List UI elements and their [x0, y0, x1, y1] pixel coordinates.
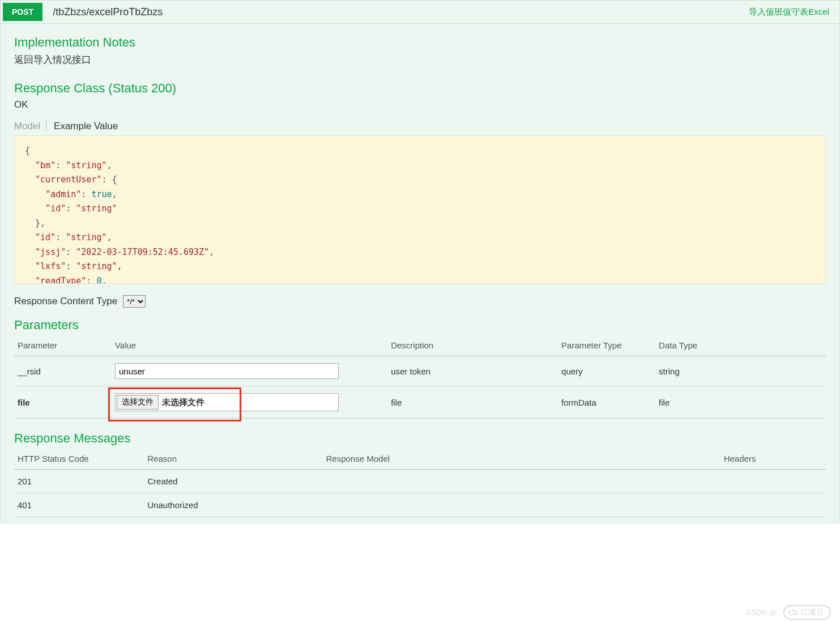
resp-header-status: HTTP Status Code [14, 449, 144, 470]
response-status-text: OK [14, 99, 826, 110]
param-name: __rsid [14, 356, 112, 386]
param-type: query [558, 356, 655, 386]
resp-reason: Created [144, 470, 322, 493]
params-header-description: Description [387, 336, 558, 356]
parameters-table: Parameter Value Description Parameter Ty… [14, 336, 826, 419]
resp-header-model: Response Model [323, 449, 720, 470]
example-value-container: { "bm": "string", "currentUser": { "admi… [14, 135, 826, 284]
tab-example-value[interactable]: Example Value [54, 121, 118, 131]
http-method-badge: POST [3, 3, 42, 21]
resp-reason: Unauthorized [144, 493, 322, 517]
param-value-cell: 选择文件未选择文件 [112, 386, 387, 419]
operation-panel: POST /tbZbzs/excelProTbZbzs 导入值班值守表Excel… [0, 0, 840, 523]
example-value-json[interactable]: { "bm": "string", "currentUser": { "admi… [15, 136, 825, 283]
table-row: 401Unauthorized [14, 493, 826, 517]
response-class-title: Response Class (Status 200) [14, 81, 826, 96]
resp-status-code: 401 [14, 493, 144, 517]
table-row: __rsiduser tokenquerystring [14, 356, 826, 386]
implementation-notes-title: Implementation Notes [14, 35, 826, 50]
response-messages-table: HTTP Status Code Reason Response Model H… [14, 449, 826, 517]
resp-header-headers: Headers [720, 449, 826, 470]
tab-model[interactable]: Model [14, 121, 46, 131]
resp-headers [720, 470, 826, 493]
response-content-type-select[interactable]: */* [123, 295, 146, 308]
choose-file-button[interactable]: 选择文件 [117, 395, 159, 410]
param-description: file [387, 386, 558, 419]
param-description: user token [387, 356, 558, 386]
params-header-parameter: Parameter [14, 336, 112, 356]
params-header-ptype: Parameter Type [558, 336, 655, 356]
implementation-notes-text: 返回导入情况接口 [14, 53, 826, 66]
response-content-type-label: Response Content Type [14, 296, 117, 307]
operation-header[interactable]: POST /tbZbzs/excelProTbZbzs 导入值班值守表Excel [1, 1, 839, 24]
resp-header-reason: Reason [144, 449, 322, 470]
operation-content: Implementation Notes 返回导入情况接口 Response C… [1, 24, 839, 523]
response-content-type-row: Response Content Type */* [14, 295, 826, 308]
file-status-text: 未选择文件 [162, 397, 204, 408]
parameters-title: Parameters [14, 318, 826, 333]
table-row: 201Created [14, 470, 826, 493]
operation-summary-link[interactable]: 导入值班值守表Excel [749, 7, 839, 18]
params-header-value: Value [112, 336, 387, 356]
param-type: formData [558, 386, 655, 419]
param-name: file [14, 386, 112, 419]
resp-headers [720, 493, 826, 517]
param-data-type: file [655, 386, 826, 419]
param-value-cell [112, 356, 387, 386]
param-text-input[interactable] [115, 363, 339, 379]
response-messages-title: Response Messages [14, 431, 826, 446]
resp-status-code: 201 [14, 470, 144, 493]
resp-model [323, 470, 720, 493]
param-file-input[interactable]: 选择文件未选择文件 [115, 393, 339, 411]
params-header-dtype: Data Type [655, 336, 826, 356]
endpoint-path[interactable]: /tbZbzs/excelProTbZbzs [42, 6, 749, 18]
table-row: file选择文件未选择文件fileformDatafile [14, 386, 826, 419]
model-example-tabs: Model Example Value [14, 121, 826, 132]
resp-model [323, 493, 720, 517]
param-data-type: string [655, 356, 826, 386]
